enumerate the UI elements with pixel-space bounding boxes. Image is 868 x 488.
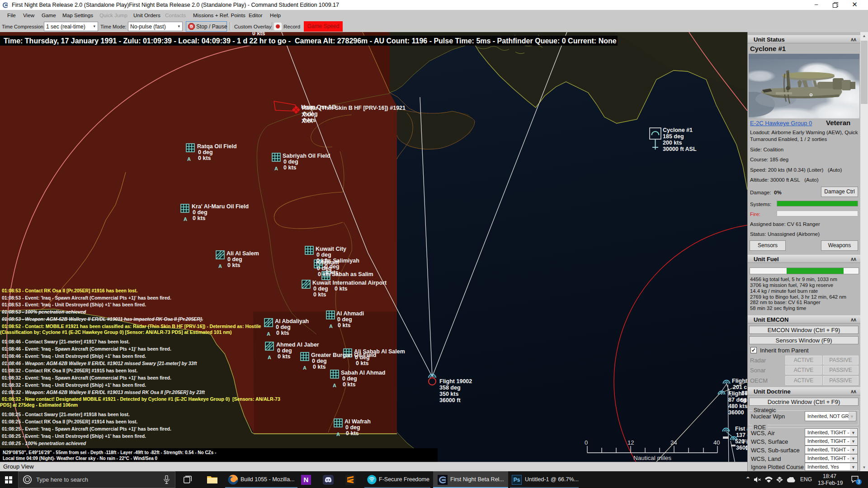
svg-text:Al Wafrah: Al Wafrah xyxy=(344,418,371,425)
svg-text:36000 ft: 36000 ft xyxy=(439,397,461,404)
svg-text:Kuwait International Airport: Kuwait International Airport xyxy=(312,280,387,286)
svg-text:Ahmed Al Jaber: Ahmed Al Jaber xyxy=(276,342,319,348)
svg-text:Ali Sabab Al Salem: Ali Sabab Al Salem xyxy=(354,348,405,355)
svg-text:0 deg: 0 deg xyxy=(227,256,242,263)
svg-text:185 deg: 185 deg xyxy=(663,133,684,140)
svg-text:0 kts: 0 kts xyxy=(356,360,369,366)
svg-text:0 deg: 0 deg xyxy=(276,324,291,330)
svg-text:0 kts: 0 kts xyxy=(335,286,348,292)
svg-text:36000: 36000 xyxy=(728,409,744,416)
svg-text:0 deg: 0 deg xyxy=(342,375,357,382)
svg-text:A: A xyxy=(336,432,340,437)
svg-text:0 kts: 0 kts xyxy=(313,364,326,370)
svg-text:0 kts: 0 kts xyxy=(283,164,297,171)
svg-text:A: A xyxy=(303,365,307,371)
svg-text:0 kts: 0 kts xyxy=(313,291,326,298)
svg-text:Ali Al Salem: Ali Al Salem xyxy=(226,250,259,257)
svg-text:12: 12 xyxy=(627,439,634,446)
svg-text:0 kts: 0 kts xyxy=(193,215,206,221)
svg-text:A: A xyxy=(187,156,191,162)
svg-text:0 deg: 0 deg xyxy=(277,347,292,354)
svg-text:380: 380 xyxy=(741,390,747,396)
svg-text:0 deg: 0 deg xyxy=(313,286,328,292)
svg-text:0 kts: 0 kts xyxy=(276,330,289,336)
svg-text:A: A xyxy=(184,216,187,222)
svg-text:XXX: XXX xyxy=(302,118,313,124)
svg-text:0 kts: 0 kts xyxy=(346,430,359,436)
svg-text:Al Ahmadi: Al Ahmadi xyxy=(336,310,364,317)
svg-text:201 c: 201 c xyxy=(733,384,747,390)
svg-text:Ratqa Oil Field: Ratqa Oil Field xyxy=(197,143,237,150)
svg-text:0 kts: 0 kts xyxy=(278,353,291,360)
svg-text:5860: 5860 xyxy=(741,397,747,404)
svg-text:Cyclone #1: Cyclone #1 xyxy=(663,127,693,133)
svg-text:Fis: Fis xyxy=(743,439,747,445)
svg-text:0 deg: 0 deg xyxy=(355,354,370,361)
svg-text:Nautical miles: Nautical miles xyxy=(633,455,671,461)
svg-text:0 kts: 0 kts xyxy=(227,262,241,268)
svg-text:Sabah Al Ahmad: Sabah Al Ahmad xyxy=(341,370,385,376)
svg-text:480 kts: 480 kts xyxy=(728,403,747,409)
svg-text:A: A xyxy=(268,355,271,360)
svg-text:0 kts: 0 kts xyxy=(343,381,356,388)
svg-text:0 kts: 0 kts xyxy=(338,322,351,328)
svg-text:A: A xyxy=(267,331,270,337)
svg-text:Fist #: Fist # xyxy=(735,426,747,432)
svg-text:0 kts: 0 kts xyxy=(198,155,211,161)
svg-text:24: 24 xyxy=(670,439,677,446)
svg-text:Kuwait City: Kuwait City xyxy=(316,246,346,252)
svg-text:350 kts: 350 kts xyxy=(439,391,458,397)
svg-text:137 c: 137 c xyxy=(736,432,747,438)
svg-text:200 kts: 200 kts xyxy=(663,140,682,146)
svg-text:Sabriyah Oil Field: Sabriyah Oil Field xyxy=(283,153,330,159)
svg-text:0: 0 xyxy=(585,439,588,446)
svg-text:A: A xyxy=(274,166,278,171)
svg-text:A: A xyxy=(333,383,336,388)
svg-text:0 deg: 0 deg xyxy=(337,316,352,323)
svg-text:Flight: Flight xyxy=(732,378,747,384)
svg-text:A: A xyxy=(218,263,222,269)
svg-text:0 deg: 0 deg xyxy=(193,209,208,216)
svg-text:30000 ft ASL: 30000 ft ASL xyxy=(663,146,697,152)
svg-text:Flight 19002: Flight 19002 xyxy=(439,378,472,385)
svg-text:40: 40 xyxy=(713,439,720,446)
svg-text:0 deg: 0 deg xyxy=(312,358,327,364)
svg-text:0 deg: 0 deg xyxy=(316,252,331,258)
svg-text:0 deg: 0 deg xyxy=(283,159,298,165)
svg-text:Sabah as Salim: Sabah as Salim xyxy=(332,271,373,277)
svg-text:0 deg: 0 deg xyxy=(198,149,213,155)
svg-text:Kra' Al-Maru Oil Field: Kra' Al-Maru Oil Field xyxy=(192,203,249,210)
svg-text:Radar (Thin Skin B HF [PRV-16]: Radar (Thin Skin B HF [PRV-16]) #1921 xyxy=(302,105,406,111)
svg-text:0 deg: 0 deg xyxy=(345,424,360,431)
svg-text:A: A xyxy=(329,324,333,329)
svg-text:0 kts: 0 kts xyxy=(318,271,331,277)
svg-text:358 deg: 358 deg xyxy=(439,385,461,391)
svg-text:Al Abdaliyah: Al Abdaliyah xyxy=(275,318,309,324)
